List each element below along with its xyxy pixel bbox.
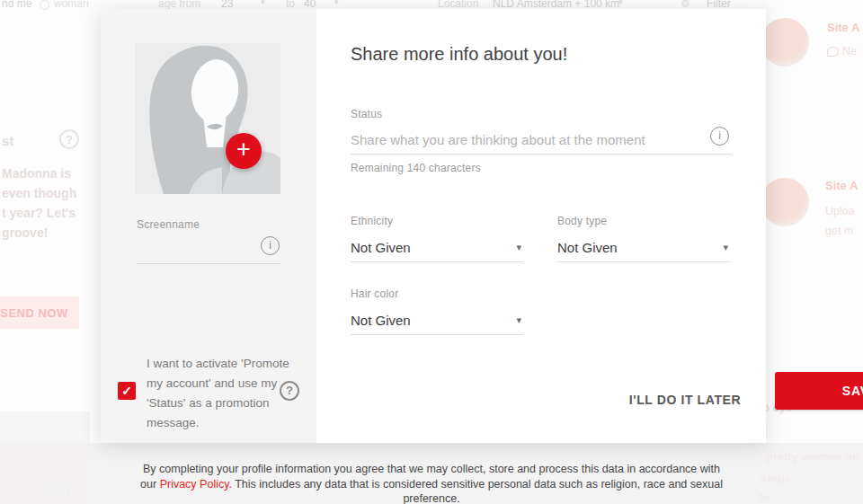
left-card-line: even though: [2, 183, 97, 203]
promote-account-checkbox[interactable]: ✓: [118, 382, 136, 400]
left-card-line: Madonna is: [2, 164, 97, 183]
status-input[interactable]: [351, 126, 732, 154]
do-it-later-button[interactable]: I'LL DO IT LATER: [613, 385, 757, 414]
site-card-line: Ne: [827, 45, 857, 57]
disclaimer-line2-pre: our: [140, 478, 156, 491]
modal-title: Share more info about you!: [351, 44, 567, 65]
ethnicity-label: Ethnicity: [351, 215, 393, 227]
status-label: Status: [351, 108, 382, 120]
screen: nd me woman age from 23 ▾ to 40 ▾ Locati…: [0, 0, 863, 504]
hair-color-label: Hair color: [351, 287, 398, 300]
site-card-title: Site A: [825, 179, 858, 192]
screenname-input[interactable]: [137, 239, 245, 263]
site-card-title: Site A: [827, 21, 859, 34]
body-type-select[interactable]: Not Given ▾: [557, 234, 730, 262]
gender-filter: woman: [54, 0, 89, 10]
screenname-label: Screenname: [137, 218, 200, 231]
body-type-value: Not Given: [557, 240, 618, 255]
left-card-text: Madonna is even though t year? Let's gro…: [2, 164, 97, 243]
left-card-heading: st: [2, 133, 13, 148]
disclaimer-line3: preference.: [403, 492, 459, 504]
avatar: [761, 178, 809, 226]
caret-down-icon: ▾: [261, 0, 265, 6]
profile-info-modal: + Screenname i ✓ I want to activate 'Pro…: [101, 9, 766, 443]
site-card-line: get m: [825, 225, 853, 237]
hair-color-select[interactable]: Not Given ▾: [351, 306, 523, 335]
promote-account-label: I want to activate 'Promote my account' …: [147, 354, 294, 433]
privacy-policy-link[interactable]: Privacy Policy.: [160, 478, 232, 491]
left-card-line: groove!: [2, 223, 97, 243]
caret-down-icon: ▾: [334, 0, 339, 6]
status-info-icon[interactable]: i: [710, 127, 729, 146]
question-icon: ?: [59, 129, 79, 149]
promote-help-icon[interactable]: ?: [280, 381, 299, 401]
caret-down-icon: ▾: [723, 242, 730, 253]
send-now-button: SEND NOW: [0, 296, 79, 329]
chat-bubble-icon: [827, 47, 839, 57]
site-card-line-text: Ne: [842, 45, 857, 57]
woman-silhouette-image: [135, 43, 280, 194]
remaining-characters: Remaining 140 characters: [351, 162, 481, 174]
ethnicity-select[interactable]: Not Given ▾: [351, 234, 523, 262]
privacy-disclaimer: By completing your profile information y…: [126, 462, 737, 504]
disclaimer-line2-post: This includes any data that is considere…: [235, 478, 723, 491]
avatar: [761, 18, 809, 66]
site-card-line: Uploa: [825, 205, 855, 217]
modal-right-panel: Share more info about you! Status i Rema…: [316, 9, 766, 443]
caret-down-icon: ▾: [618, 0, 623, 6]
body-type-label: Body type: [557, 215, 607, 227]
gender-icon: [40, 0, 49, 13]
ethnicity-value: Not Given: [351, 240, 411, 255]
screenname-field: [137, 239, 280, 264]
modal-left-panel: + Screenname i ✓ I want to activate 'Pro…: [101, 9, 316, 443]
disclaimer-line1: By completing your profile information y…: [143, 463, 720, 475]
caret-down-icon: ▾: [516, 314, 523, 326]
nav-around-me: nd me: [2, 0, 31, 10]
hair-color-value: Not Given: [351, 313, 411, 328]
status-field: [351, 126, 732, 155]
left-card-line: t year? Let's: [2, 203, 97, 223]
profile-avatar-placeholder: +: [135, 43, 280, 194]
add-photo-button[interactable]: +: [226, 133, 262, 169]
save-button[interactable]: SAVE: [775, 372, 863, 410]
caret-down-icon: ▾: [516, 242, 523, 253]
screenname-info-icon[interactable]: i: [261, 236, 280, 255]
